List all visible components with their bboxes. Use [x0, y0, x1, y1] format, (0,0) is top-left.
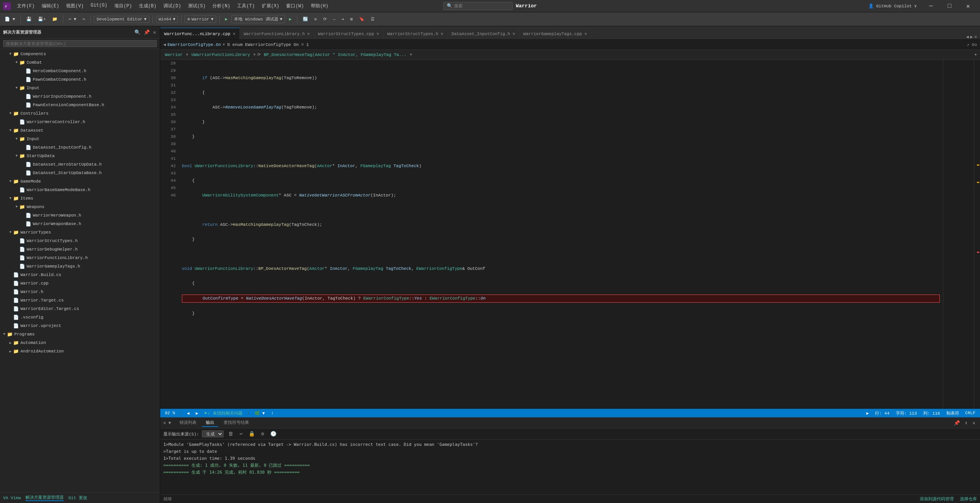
menu-extensions[interactable]: 扩展(X) — [259, 2, 283, 10]
menu-build[interactable]: 生成(B) — [136, 2, 160, 10]
tree-item-dataasset[interactable]: ▼📁DataAsset — [0, 126, 160, 135]
tab-close-icon[interactable]: ✕ — [584, 31, 587, 37]
code-editor[interactable]: if (ASC->HasMatchingGameplayTag(TagToRem… — [179, 60, 943, 409]
debug-dropdown[interactable]: 本地 Windows 调试器 ▼ — [231, 15, 285, 23]
go-btn[interactable]: ↗ Go — [967, 42, 977, 47]
menu-window[interactable]: 窗口(W) — [283, 2, 307, 10]
tree-item-input[interactable]: ▼📁Input — [0, 84, 160, 92]
misc-btn-3[interactable]: ⟳ — [321, 15, 329, 23]
tree-item-weaponbase-h[interactable]: 📄WarriorWeaponBase.h — [0, 220, 160, 228]
tree-item-pawncombat-h[interactable]: 📄PawnCombatComponent.h — [0, 75, 160, 84]
tree-item-programs[interactable]: ▼📁Programs — [0, 330, 160, 339]
tree-item-basestartup-h[interactable]: 📄DataAsset_StartUpDataBase.h — [0, 169, 160, 177]
tree-item-gameplaytags-h[interactable]: 📄WarriorGameplayTags.h — [0, 262, 160, 271]
minimize-button[interactable]: ─ — [922, 0, 940, 12]
tree-item-automation[interactable]: ▶📁Automation — [0, 339, 160, 347]
menu-tools[interactable]: 工具(T) — [234, 2, 258, 10]
menu-file[interactable]: 文件(F) — [14, 2, 38, 10]
code-nav-function[interactable]: UWarriorFunctionLibrary — [190, 53, 252, 57]
tree-item-warrior-build-cs[interactable]: 📄Warrior.Build.cs — [0, 271, 160, 279]
solution-explorer-btn[interactable]: 解决方案资源管理器 — [25, 495, 64, 501]
tree-item-herostartup-h[interactable]: 📄DataAsset_HeroStartUpData.h — [0, 160, 160, 169]
tab-warrior-func-cpp[interactable]: WarriorFunc...nLibrary.cpp✕ — [160, 28, 240, 39]
tree-item-pawnext-h[interactable]: 📄PawnExtensionComponentBase.h — [0, 101, 160, 109]
sidebar-search-icon[interactable]: 🔍 — [134, 29, 141, 36]
panel-options-icon[interactable]: ≡ ▼ — [163, 421, 171, 425]
tab-close-icon[interactable]: ✕ — [441, 31, 443, 37]
tab-dataasset-inputconfig-h2[interactable]: DataAsset_InputConfig.h✕ — [448, 28, 519, 39]
code-nav-scope[interactable]: Warrior — [163, 53, 184, 57]
misc-btn-5[interactable]: ⇥ — [339, 15, 346, 23]
tree-item-herocombat-h[interactable]: 📄HeroCombatComponent.h — [0, 67, 160, 75]
run-config-dropdown[interactable]: Development Editor ▼ — [94, 16, 149, 23]
tab-warrior-struct-h[interactable]: WarriorStructTypes.h✕ — [383, 28, 448, 39]
panel-filter-icon[interactable]: ⚙ — [259, 430, 266, 438]
project-dropdown[interactable]: ⚙ Warrior ▼ — [185, 15, 216, 23]
zoom-indicator[interactable]: 82 % — [163, 411, 176, 415]
tree-item-controllers[interactable]: ▼📁Controllers — [0, 109, 160, 118]
menu-test[interactable]: 测试(S) — [185, 2, 209, 10]
tree-item-items[interactable]: ▼📁Items — [0, 194, 160, 203]
tab-warrior-func-h[interactable]: WarriorFunctionLibrary.h✕ — [240, 28, 314, 39]
tree-item-warrior-cpp[interactable]: 📄Warrior.cpp — [0, 279, 160, 288]
tab-scroll-left-icon[interactable]: ◀ — [966, 34, 969, 39]
sidebar-search-input[interactable] — [3, 40, 157, 47]
tab-warrior-gameplay-tags-cpp[interactable]: WarriorGameplayTags.cpp✕ — [519, 28, 591, 39]
tree-item-warriorhero-h[interactable]: 📄WarriorHeroController.h — [0, 118, 160, 126]
tree-item-weapons[interactable]: ▼📁Weapons — [0, 203, 160, 211]
col-indicator[interactable]: 列: 116 — [922, 410, 942, 416]
menu-git[interactable]: Git(G) — [88, 2, 110, 10]
undo-btn[interactable]: ↩ ▼ — [66, 15, 79, 23]
va-view-btn[interactable]: VA View — [3, 496, 21, 500]
tab-close-icon[interactable]: ✕ — [376, 31, 379, 37]
breadcrumb-back-icon[interactable]: ◀ — [163, 42, 166, 47]
line-indicator[interactable]: 行: 44 — [873, 410, 891, 416]
tab-close-icon[interactable]: ✕ — [512, 31, 515, 37]
open-folder-btn[interactable]: 📁 — [50, 15, 60, 23]
panel-tab-errors[interactable]: 错误列表 — [176, 419, 200, 427]
encoding-indicator[interactable]: 制表符 — [945, 410, 961, 416]
save-btn[interactable]: 💾 — [24, 15, 34, 23]
tree-item-warrior-h[interactable]: 📄Warrior.h — [0, 288, 160, 296]
menu-project[interactable]: 项目(P) — [111, 2, 135, 10]
code-nav-sig[interactable]: BP_DoesActorHaveTag(AActor * InActor, FG… — [262, 53, 408, 57]
run-btn[interactable]: ▶ — [223, 15, 230, 23]
tree-item-combat[interactable]: ▼📁Combat — [0, 58, 160, 67]
branch-icon[interactable]: 🌿 ▼ — [253, 411, 266, 416]
menu-analyze[interactable]: 分析(N) — [209, 2, 233, 10]
breadcrumb-item-1[interactable]: EWarriorConfigType.On — [168, 42, 221, 47]
go-prev-icon[interactable]: ◀ — [185, 411, 191, 416]
misc-btn-4[interactable]: → — [331, 16, 338, 23]
new-file-btn[interactable]: 📄 ▼ — [2, 15, 17, 23]
sidebar-pin-icon[interactable]: 📌 — [143, 29, 151, 36]
tree-item-input2[interactable]: ▼📁Input — [0, 135, 160, 143]
menu-view[interactable]: 视图(V) — [63, 2, 87, 10]
redo-btn[interactable]: ↪ — [80, 15, 88, 23]
tree-item-gamemode[interactable]: ▼📁GameMode — [0, 177, 160, 186]
close-button[interactable]: ✕ — [959, 0, 977, 12]
platform-dropdown[interactable]: Win64 ▼ — [156, 16, 178, 23]
panel-pin-icon[interactable]: 📌 — [952, 419, 961, 427]
tree-item-heroweapon-h[interactable]: 📄WarriorHeroWeapon.h — [0, 211, 160, 220]
char-indicator[interactable]: 字符: 113 — [894, 410, 919, 416]
tree-item-warriorinput-h[interactable]: 📄WarriorInputComponent.h — [0, 92, 160, 101]
line-ending-indicator[interactable]: CRLF — [964, 410, 977, 416]
misc-btn-2[interactable]: ⊙ — [312, 15, 319, 23]
git-changes-btn[interactable]: Git 更改 — [68, 495, 87, 501]
tree-item-functionlib-h[interactable]: 📄WarriorFunctionLibrary.h — [0, 254, 160, 262]
copilot-btn[interactable]: 👤 GitHub Copilot ∨ — [868, 0, 917, 12]
panel-wrap-icon[interactable]: ↩ — [238, 430, 244, 438]
maximize-button[interactable]: □ — [941, 0, 958, 12]
misc-btn-7[interactable]: 🔖 — [357, 15, 367, 23]
panel-maximize-icon[interactable]: ⬆ — [963, 419, 969, 427]
menu-help[interactable]: 帮助(H) — [308, 2, 332, 10]
tree-item-warriortypes[interactable]: ▼📁WarriorTypes — [0, 228, 160, 237]
tab-close-icon[interactable]: ✕ — [233, 31, 236, 37]
tree-item-components[interactable]: ▼📁Components — [0, 50, 160, 58]
panel-clear-icon[interactable]: 🗑 — [227, 430, 235, 438]
minimap[interactable] — [943, 60, 974, 409]
tree-item-warriorbase-h[interactable]: 📄WarriorBaseGameModeBase.h — [0, 186, 160, 194]
tree-item-structtypes-h[interactable]: 📄WarriorStructTypes.h — [0, 237, 160, 245]
misc-btn-8[interactable]: ☰ — [368, 15, 377, 23]
tab-warrior-struct-cpp[interactable]: WarriorStructTypes.cpp✕ — [314, 28, 383, 39]
